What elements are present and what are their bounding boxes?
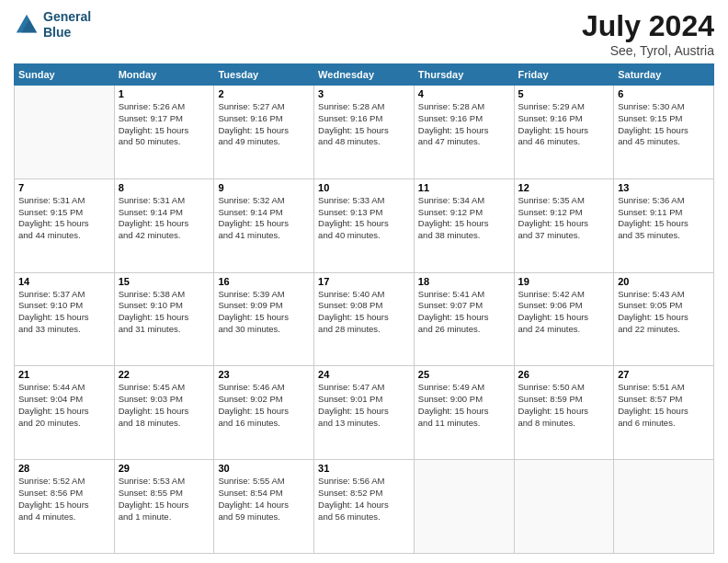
day-info: Sunrise: 5:35 AM Sunset: 9:12 PM Dayligh…: [518, 195, 610, 242]
day-number: 14: [18, 276, 110, 287]
day-number: 3: [318, 88, 410, 99]
day-info: Sunrise: 5:43 AM Sunset: 9:05 PM Dayligh…: [618, 289, 710, 336]
calendar-cell: 24Sunrise: 5:47 AM Sunset: 9:01 PM Dayli…: [314, 366, 415, 460]
day-number: 22: [119, 369, 210, 380]
day-number: 23: [218, 369, 310, 380]
main-title: July 2024: [582, 9, 714, 43]
calendar-header-tuesday: Tuesday: [214, 64, 314, 86]
calendar-cell: 8Sunrise: 5:31 AM Sunset: 9:14 PM Daylig…: [114, 178, 214, 272]
day-number: 9: [218, 182, 310, 193]
day-number: 16: [218, 276, 310, 287]
day-info: Sunrise: 5:39 AM Sunset: 9:09 PM Dayligh…: [218, 289, 310, 336]
day-number: 7: [18, 182, 110, 193]
day-info: Sunrise: 5:41 AM Sunset: 9:07 PM Dayligh…: [418, 289, 510, 336]
calendar-cell: 13Sunrise: 5:36 AM Sunset: 9:11 PM Dayli…: [614, 178, 714, 272]
calendar-cell: 10Sunrise: 5:33 AM Sunset: 9:13 PM Dayli…: [314, 178, 415, 272]
logo-text: General Blue: [43, 9, 91, 40]
day-info: Sunrise: 5:31 AM Sunset: 9:15 PM Dayligh…: [18, 195, 110, 242]
day-number: 24: [318, 369, 410, 380]
calendar-cell: 12Sunrise: 5:35 AM Sunset: 9:12 PM Dayli…: [514, 178, 614, 272]
calendar-cell: 7Sunrise: 5:31 AM Sunset: 9:15 PM Daylig…: [15, 178, 115, 272]
calendar-week-5: 28Sunrise: 5:52 AM Sunset: 8:56 PM Dayli…: [15, 460, 714, 554]
calendar-cell: [514, 460, 614, 554]
calendar-cell: 18Sunrise: 5:41 AM Sunset: 9:07 PM Dayli…: [414, 272, 514, 366]
calendar-cell: 25Sunrise: 5:49 AM Sunset: 9:00 PM Dayli…: [414, 366, 514, 460]
calendar-cell: 14Sunrise: 5:37 AM Sunset: 9:10 PM Dayli…: [15, 272, 115, 366]
calendar-cell: 16Sunrise: 5:39 AM Sunset: 9:09 PM Dayli…: [214, 272, 314, 366]
day-number: 27: [618, 369, 710, 380]
calendar-cell: 22Sunrise: 5:45 AM Sunset: 9:03 PM Dayli…: [114, 366, 214, 460]
day-info: Sunrise: 5:31 AM Sunset: 9:14 PM Dayligh…: [119, 195, 210, 242]
day-info: Sunrise: 5:27 AM Sunset: 9:16 PM Dayligh…: [218, 101, 310, 148]
day-info: Sunrise: 5:26 AM Sunset: 9:17 PM Dayligh…: [119, 101, 210, 148]
calendar-cell: 11Sunrise: 5:34 AM Sunset: 9:12 PM Dayli…: [414, 178, 514, 272]
calendar-cell: [614, 460, 714, 554]
day-info: Sunrise: 5:33 AM Sunset: 9:13 PM Dayligh…: [318, 195, 410, 242]
day-info: Sunrise: 5:29 AM Sunset: 9:16 PM Dayligh…: [518, 101, 610, 148]
day-number: 5: [518, 88, 610, 99]
calendar-cell: 3Sunrise: 5:28 AM Sunset: 9:16 PM Daylig…: [314, 86, 415, 179]
day-info: Sunrise: 5:38 AM Sunset: 9:10 PM Dayligh…: [119, 289, 210, 336]
day-number: 8: [119, 182, 210, 193]
logo: General Blue: [14, 9, 91, 40]
day-number: 4: [418, 88, 510, 99]
calendar-cell: 5Sunrise: 5:29 AM Sunset: 9:16 PM Daylig…: [514, 86, 614, 179]
calendar-cell: 19Sunrise: 5:42 AM Sunset: 9:06 PM Dayli…: [514, 272, 614, 366]
day-number: 18: [418, 276, 510, 287]
day-info: Sunrise: 5:37 AM Sunset: 9:10 PM Dayligh…: [18, 289, 110, 336]
calendar-cell: 6Sunrise: 5:30 AM Sunset: 9:15 PM Daylig…: [614, 86, 714, 179]
day-number: 25: [418, 369, 510, 380]
day-number: 12: [518, 182, 610, 193]
title-block: July 2024 See, Tyrol, Austria: [582, 9, 714, 58]
calendar-header-sunday: Sunday: [15, 64, 115, 86]
day-number: 28: [18, 463, 110, 474]
day-info: Sunrise: 5:40 AM Sunset: 9:08 PM Dayligh…: [318, 289, 410, 336]
day-info: Sunrise: 5:42 AM Sunset: 9:06 PM Dayligh…: [518, 289, 610, 336]
logo-icon: [14, 12, 40, 38]
calendar-cell: 21Sunrise: 5:44 AM Sunset: 9:04 PM Dayli…: [15, 366, 115, 460]
subtitle: See, Tyrol, Austria: [582, 43, 714, 58]
day-info: Sunrise: 5:28 AM Sunset: 9:16 PM Dayligh…: [318, 101, 410, 148]
calendar-header-saturday: Saturday: [614, 64, 714, 86]
calendar-week-4: 21Sunrise: 5:44 AM Sunset: 9:04 PM Dayli…: [15, 366, 714, 460]
day-number: 11: [418, 182, 510, 193]
day-info: Sunrise: 5:32 AM Sunset: 9:14 PM Dayligh…: [218, 195, 310, 242]
calendar-cell: 20Sunrise: 5:43 AM Sunset: 9:05 PM Dayli…: [614, 272, 714, 366]
day-info: Sunrise: 5:28 AM Sunset: 9:16 PM Dayligh…: [418, 101, 510, 148]
calendar-header-monday: Monday: [114, 64, 214, 86]
day-number: 20: [618, 276, 710, 287]
day-info: Sunrise: 5:56 AM Sunset: 8:52 PM Dayligh…: [318, 476, 410, 523]
day-number: 26: [518, 369, 610, 380]
day-number: 2: [218, 88, 310, 99]
calendar-header-thursday: Thursday: [414, 64, 514, 86]
day-number: 13: [618, 182, 710, 193]
calendar-cell: 15Sunrise: 5:38 AM Sunset: 9:10 PM Dayli…: [114, 272, 214, 366]
header: General Blue July 2024 See, Tyrol, Austr…: [14, 9, 714, 58]
day-info: Sunrise: 5:53 AM Sunset: 8:55 PM Dayligh…: [119, 476, 210, 523]
day-number: 31: [318, 463, 410, 474]
day-info: Sunrise: 5:55 AM Sunset: 8:54 PM Dayligh…: [218, 476, 310, 523]
calendar-cell: 2Sunrise: 5:27 AM Sunset: 9:16 PM Daylig…: [214, 86, 314, 179]
day-info: Sunrise: 5:34 AM Sunset: 9:12 PM Dayligh…: [418, 195, 510, 242]
calendar-cell: 28Sunrise: 5:52 AM Sunset: 8:56 PM Dayli…: [15, 460, 115, 554]
day-number: 6: [618, 88, 710, 99]
day-info: Sunrise: 5:47 AM Sunset: 9:01 PM Dayligh…: [318, 382, 410, 429]
day-number: 15: [119, 276, 210, 287]
day-info: Sunrise: 5:45 AM Sunset: 9:03 PM Dayligh…: [119, 382, 210, 429]
day-info: Sunrise: 5:50 AM Sunset: 8:59 PM Dayligh…: [518, 382, 610, 429]
day-number: 21: [18, 369, 110, 380]
calendar-week-3: 14Sunrise: 5:37 AM Sunset: 9:10 PM Dayli…: [15, 272, 714, 366]
calendar-cell: 27Sunrise: 5:51 AM Sunset: 8:57 PM Dayli…: [614, 366, 714, 460]
page: General Blue July 2024 See, Tyrol, Austr…: [0, 0, 728, 563]
day-number: 19: [518, 276, 610, 287]
day-info: Sunrise: 5:46 AM Sunset: 9:02 PM Dayligh…: [218, 382, 310, 429]
day-info: Sunrise: 5:49 AM Sunset: 9:00 PM Dayligh…: [418, 382, 510, 429]
calendar-cell: 31Sunrise: 5:56 AM Sunset: 8:52 PM Dayli…: [314, 460, 415, 554]
calendar: SundayMondayTuesdayWednesdayThursdayFrid…: [14, 63, 714, 554]
calendar-cell: 4Sunrise: 5:28 AM Sunset: 9:16 PM Daylig…: [414, 86, 514, 179]
calendar-week-2: 7Sunrise: 5:31 AM Sunset: 9:15 PM Daylig…: [15, 178, 714, 272]
calendar-cell: 23Sunrise: 5:46 AM Sunset: 9:02 PM Dayli…: [214, 366, 314, 460]
calendar-cell: 29Sunrise: 5:53 AM Sunset: 8:55 PM Dayli…: [114, 460, 214, 554]
calendar-header-friday: Friday: [514, 64, 614, 86]
day-info: Sunrise: 5:51 AM Sunset: 8:57 PM Dayligh…: [618, 382, 710, 429]
